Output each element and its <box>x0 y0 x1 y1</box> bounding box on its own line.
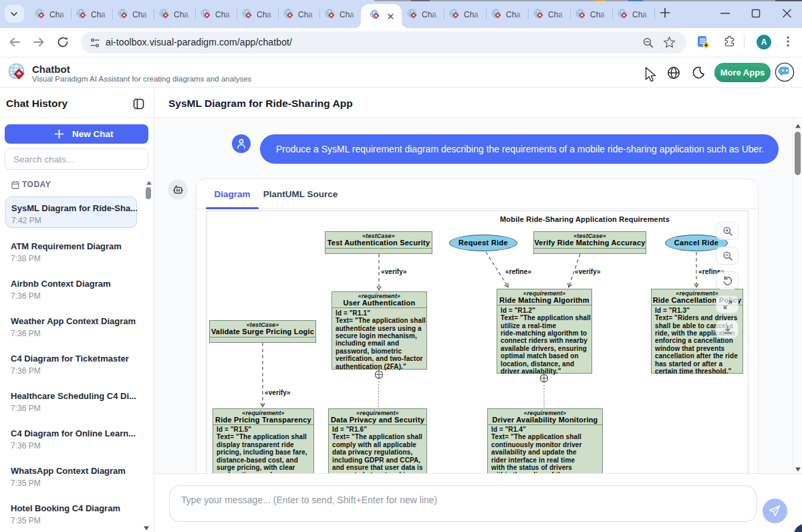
chat-item-title: Healthcare Scheduling C4 Di... <box>11 391 136 401</box>
chat-section-label: TODAY <box>22 180 51 189</box>
diagram-zoom-out-button[interactable] <box>716 247 739 265</box>
globe-icon <box>666 65 681 80</box>
browser-tab[interactable]: Cha <box>195 4 237 28</box>
node-verify-ride-matching-accuracy[interactable]: «testCase»Verify Ride Matching Accuracy <box>533 231 646 254</box>
diagram-fullscreen-button[interactable] <box>716 295 739 313</box>
tab-diagram[interactable]: Diagram <box>206 179 259 209</box>
tab-label: Cha <box>590 10 609 21</box>
back-button[interactable] <box>7 35 22 49</box>
tab-separator <box>319 9 320 19</box>
diagram-reset-view-button[interactable] <box>716 271 739 289</box>
collapse-sidebar-icon <box>132 98 145 110</box>
more-apps-button[interactable]: More Apps <box>714 63 771 82</box>
chat-item-airbnb[interactable]: Airbnb Context Diagram 7:36 PM <box>5 273 137 304</box>
tab-separator <box>612 9 613 19</box>
sidebar-collapse-button[interactable] <box>132 98 145 110</box>
app-header: Chatbot Visual Paradigm AI Assistant for… <box>0 57 802 87</box>
message-input-bar: Type your message... (Enter to send, Shi… <box>154 474 802 532</box>
tab-plantuml-source[interactable]: PlantUML Source <box>259 179 342 209</box>
main-scrollbar[interactable] <box>793 118 802 474</box>
tab-favicon <box>575 9 586 19</box>
diagram-zoom-in-button[interactable] <box>716 222 739 240</box>
sidebar-scroll-down[interactable] <box>142 524 150 532</box>
chat-section-header: TODAY <box>11 180 19 188</box>
reload-button[interactable] <box>55 35 70 49</box>
chat-item-title: WhatsApp Context Diagram <box>11 466 136 476</box>
tab-label: Cha <box>298 10 317 21</box>
scroll-down-arrow[interactable] <box>795 466 801 473</box>
usecase-request-ride[interactable]: Request Ride <box>449 235 517 251</box>
url-text[interactable]: ai-toolbox.visual-paradigm.com/app/chatb… <box>106 37 292 47</box>
chat-item-atm[interactable]: ATM Requirement Diagram 7:38 PM <box>5 235 137 267</box>
assistant-avatar[interactable] <box>775 62 795 82</box>
browser-tab[interactable]: Cha <box>486 4 527 28</box>
browser-tab[interactable]: Cha <box>612 4 654 28</box>
chat-item-ticketmaster[interactable]: C4 Diagram for Ticketmaster 7:36 PM <box>5 348 137 379</box>
chat-item-sysml[interactable]: SysML Diagram for Ride-Sha... 7:42 PM <box>5 196 137 228</box>
node-data-privacy-and-security[interactable]: «requirement»Data Privacy and Security I… <box>328 408 427 474</box>
tab-favicon <box>200 9 211 19</box>
chat-item-hotel[interactable]: Hotel Booking C4 Diagram 7:35 PM <box>5 497 137 529</box>
node-validate-surge-pricing-logic[interactable]: «testCase»Validate Surge Pricing Logic <box>209 320 316 343</box>
browser-menu-button[interactable] <box>781 35 795 49</box>
scroll-up-arrow[interactable] <box>795 123 801 130</box>
language-globe-button[interactable] <box>666 65 681 80</box>
send-button[interactable] <box>763 499 787 523</box>
browser-tab[interactable]: Cha <box>154 4 195 28</box>
node-user-authentication[interactable]: «requirement»User Authentication Id = "R… <box>331 291 427 370</box>
reading-list-icon[interactable] <box>696 35 710 49</box>
node-body: Id = "R1.6" Text= "The application shall… <box>332 426 423 474</box>
sidebar: Chat History New Chat Search chats... TO… <box>0 88 154 532</box>
tab-separator <box>486 9 487 19</box>
node-body: Id = "R1.4" Text= "The application shall… <box>491 426 582 474</box>
bookmark-star-icon[interactable] <box>663 36 676 49</box>
node-driver-availability-monitoring[interactable]: «requirement»Driver Availability Monitor… <box>487 408 603 474</box>
minimize-button[interactable] <box>710 0 741 27</box>
browser-tab-active[interactable] <box>361 4 402 28</box>
user-message-bubble: Produce a SysML requirement diagram desc… <box>260 134 779 164</box>
browser-tab[interactable]: Cha <box>237 4 278 28</box>
chat-item-weather[interactable]: Weather App Context Diagram 7:36 PM <box>5 310 137 342</box>
tab-close-icon[interactable] <box>386 12 395 21</box>
address-bar[interactable]: ai-toolbox.visual-paradigm.com/app/chatb… <box>81 31 686 53</box>
browser-tab[interactable]: Cha <box>29 4 71 28</box>
node-test-authentication-security[interactable]: «testCase»Test Authentication Security <box>325 231 432 254</box>
zoom-indicator-icon[interactable] <box>642 37 654 49</box>
maximize-button[interactable] <box>741 0 771 27</box>
browser-tab[interactable]: Cha <box>112 4 154 28</box>
search-chats-input[interactable]: Search chats... <box>5 148 148 170</box>
sidebar-scrollbar-thumb[interactable] <box>146 187 151 199</box>
diagram-download-button[interactable] <box>716 320 739 338</box>
main-scrollbar-thumb[interactable] <box>795 132 801 175</box>
browser-tab[interactable]: Cha <box>278 4 319 28</box>
new-chat-button[interactable]: New Chat <box>5 124 148 144</box>
new-tab-button[interactable] <box>656 4 674 23</box>
chat-item-time: 7:35 PM <box>11 479 41 488</box>
tab-label: Cha <box>632 10 651 21</box>
sidebar-scroll-up[interactable] <box>145 179 153 187</box>
browser-tab[interactable]: Cha <box>444 4 485 28</box>
chat-item-title: Hotel Booking C4 Diagram <box>11 503 136 513</box>
chat-item-whatsapp[interactable]: WhatsApp Context Diagram 7:35 PM <box>5 460 137 491</box>
browser-tab[interactable]: Cha <box>71 4 112 28</box>
close-window-button[interactable] <box>771 0 802 27</box>
dark-mode-button[interactable] <box>691 65 706 80</box>
tab-corner <box>402 21 408 28</box>
browser-tab[interactable]: Cha <box>570 4 612 28</box>
tab-favicon <box>533 9 544 19</box>
browser-tab[interactable]: Cha <box>528 4 569 28</box>
forward-button[interactable] <box>31 35 46 49</box>
chat-item-online-learning[interactable]: C4 Diagram for Online Learn... 7:36 PM <box>5 422 137 454</box>
tab-separator <box>154 9 154 19</box>
bot-response-card: Diagram PlantUML Source <box>196 178 759 474</box>
profile-avatar[interactable]: A <box>757 35 771 49</box>
node-ride-matching-algorithm[interactable]: «requirement»Ride Matching Algorithm Id … <box>497 289 592 374</box>
message-input[interactable]: Type your message... (Enter to send, Shi… <box>169 485 757 522</box>
site-settings-icon[interactable] <box>89 37 101 49</box>
chat-item-title: ATM Requirement Diagram <box>11 241 136 251</box>
chat-item-healthcare[interactable]: Healthcare Scheduling C4 Di... 7:36 PM <box>5 385 137 416</box>
node-ride-pricing-transparency[interactable]: «requirement»Ride Pricing Transparency I… <box>213 408 314 474</box>
tab-favicon <box>76 9 87 19</box>
tab-search-button[interactable] <box>5 5 24 23</box>
extensions-puzzle-icon[interactable] <box>722 35 737 49</box>
